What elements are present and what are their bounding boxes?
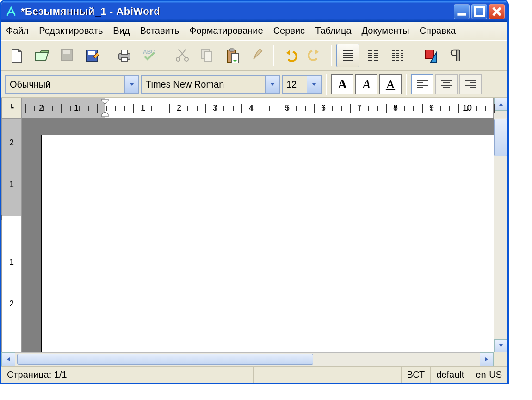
status-insert-mode[interactable]: ВСТ [402, 367, 431, 383]
new-button[interactable] [5, 44, 28, 67]
insert-shape-button[interactable] [419, 44, 442, 67]
scroll-left-button[interactable] [1, 352, 15, 366]
ruler-tick [395, 106, 396, 111]
menu-service[interactable]: Сервис [273, 25, 305, 36]
ruler-corner[interactable]: ┗ [1, 98, 22, 118]
ruler-tick [467, 106, 468, 111]
ruler-tick [34, 106, 35, 111]
page[interactable] [41, 135, 494, 352]
size-combo[interactable]: 12 [282, 75, 322, 94]
ruler-tick [431, 106, 432, 111]
menu-documents[interactable]: Документы [362, 25, 409, 36]
ruler-tick [70, 106, 71, 111]
ruler-tick [223, 106, 224, 111]
horizontal-ruler[interactable]: 2 1 1 2 3 4 5 6 7 8 9 10 [22, 98, 494, 118]
vertical-ruler[interactable]: 2 1 1 2 [1, 118, 22, 352]
indent-marker[interactable] [101, 98, 109, 118]
horizontal-ruler-row: ┗ 2 1 1 2 3 4 5 6 7 8 9 10 [1, 98, 507, 118]
scroll-down-button[interactable] [494, 339, 507, 352]
save-as-button[interactable] [80, 44, 103, 67]
ruler-tick [386, 104, 387, 113]
maximize-button[interactable] [471, 4, 487, 19]
ruler-tick [233, 106, 234, 111]
ruler-tick [494, 104, 495, 113]
spellcheck-button[interactable]: ABC [138, 44, 161, 67]
show-paragraph-button[interactable] [444, 44, 467, 67]
minimize-button[interactable] [454, 4, 470, 19]
titlebar: *Безымянный_1 - AbiWord [1, 1, 507, 22]
v-scroll-track[interactable] [494, 118, 507, 339]
document-body-row: 2 1 1 2 [1, 118, 507, 352]
status-language[interactable]: en-US [470, 367, 507, 383]
ruler-tick [296, 106, 297, 111]
vertical-scrollbar[interactable] [494, 118, 507, 352]
columns-3-button[interactable] [386, 44, 409, 67]
ruler-tick [350, 104, 351, 113]
bold-button[interactable]: A [331, 74, 353, 94]
columns-1-button[interactable] [336, 44, 359, 67]
h-scroll-thumb[interactable] [17, 354, 313, 365]
ruler-tick [106, 106, 107, 111]
font-dropdown-icon[interactable] [265, 76, 279, 93]
menu-table[interactable]: Таблица [315, 25, 351, 36]
ruler-tick [215, 106, 216, 111]
columns-2-button[interactable] [361, 44, 384, 67]
ruler-tick [278, 104, 278, 113]
horizontal-scrollbar[interactable] [1, 352, 507, 366]
sep [108, 45, 108, 66]
size-value: 12 [283, 79, 307, 90]
svg-rect-9 [121, 50, 128, 55]
h-scroll-track[interactable] [15, 352, 480, 366]
svg-point-13 [185, 57, 188, 61]
italic-button[interactable]: A [355, 74, 377, 94]
cut-button[interactable] [171, 44, 194, 67]
vruler-margin-top [2, 119, 21, 216]
menu-format[interactable]: Форматирование [189, 25, 263, 36]
style-dropdown-icon[interactable] [124, 76, 138, 93]
status-spacer [254, 367, 402, 383]
style-combo[interactable]: Обычный [5, 75, 139, 94]
format-toolbar: Обычный Times New Roman 12 A A A [1, 71, 507, 98]
ruler-tick [449, 106, 450, 111]
save-button[interactable] [55, 44, 78, 67]
close-button[interactable] [489, 4, 505, 19]
ruler-tick [413, 106, 414, 111]
ruler-tick [169, 104, 170, 113]
paste-button[interactable] [221, 44, 244, 67]
ruler-tick [404, 106, 405, 111]
menu-view[interactable]: Вид [113, 25, 130, 36]
print-button[interactable] [113, 44, 136, 67]
vruler-marker[interactable] [1, 215, 2, 220]
scroll-right-button[interactable] [480, 352, 494, 366]
undo-button[interactable] [278, 44, 302, 67]
vruler-num: 2 [2, 138, 21, 148]
underline-button[interactable]: A [379, 74, 402, 94]
size-dropdown-icon[interactable] [307, 76, 321, 93]
menu-insert[interactable]: Вставить [140, 25, 179, 36]
copy-button[interactable] [196, 44, 219, 67]
redo-button[interactable] [303, 44, 327, 67]
menu-edit[interactable]: Редактировать [39, 25, 103, 36]
svg-rect-10 [121, 57, 128, 61]
open-button[interactable] [30, 44, 53, 67]
document-area[interactable] [22, 118, 494, 352]
align-center-button[interactable] [435, 74, 458, 94]
ruler-tick [187, 106, 188, 111]
align-left-button[interactable] [411, 74, 433, 94]
ruler-tick [287, 106, 288, 111]
sep [326, 74, 327, 95]
ruler-tick [305, 106, 306, 111]
ruler-tick [332, 106, 333, 111]
menu-file[interactable]: Файл [6, 25, 29, 36]
scroll-up-button[interactable] [494, 98, 507, 111]
menu-help[interactable]: Справка [420, 25, 456, 36]
v-scroll-thumb[interactable] [494, 119, 507, 156]
ruler-tick [476, 106, 477, 111]
font-combo[interactable]: Times New Roman [141, 75, 280, 94]
ruler-tick [115, 106, 116, 111]
ruler-tick [251, 106, 252, 111]
align-right-button[interactable] [459, 74, 482, 94]
format-painter-button[interactable] [246, 44, 269, 67]
vruler-num: 2 [2, 299, 21, 309]
vruler-num: 1 [2, 257, 21, 267]
